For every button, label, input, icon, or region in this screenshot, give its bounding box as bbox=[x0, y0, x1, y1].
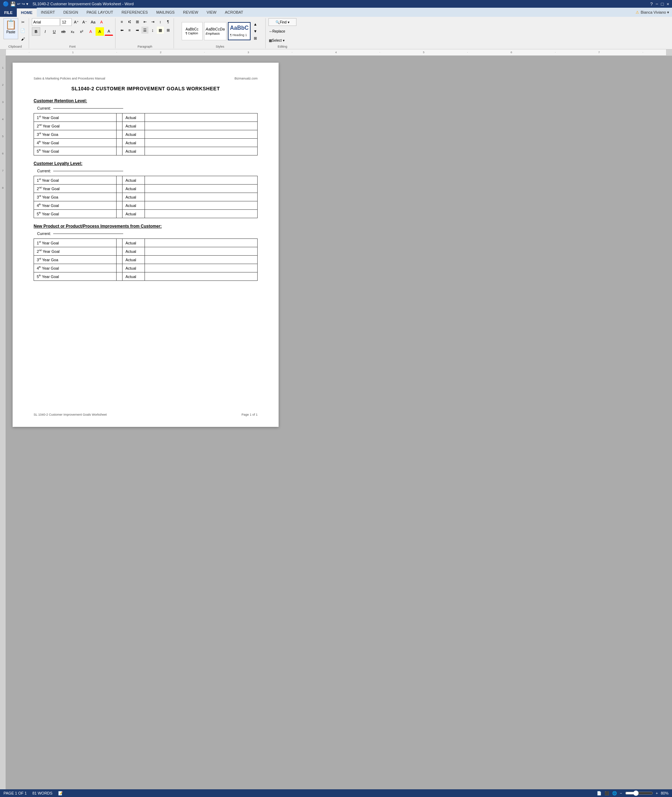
actual-value-3-4[interactable] bbox=[144, 264, 257, 273]
zoom-minus[interactable]: − bbox=[620, 791, 622, 795]
style-heading1[interactable]: AaBbC¶ Heading 1 bbox=[228, 22, 251, 40]
goal-value-2-5[interactable] bbox=[117, 210, 123, 218]
change-case-button[interactable]: Aa bbox=[89, 18, 97, 26]
goal-value-1-3[interactable] bbox=[117, 130, 123, 139]
goal-cell-3-3[interactable]: 3rd Year Goa bbox=[34, 256, 117, 264]
line-spacing-button[interactable]: ↨ bbox=[149, 27, 156, 34]
text-color-button[interactable]: A bbox=[105, 27, 113, 36]
document-page[interactable]: Sales & Marketing Policies and Procedure… bbox=[13, 63, 278, 427]
justify-button[interactable]: ☰ bbox=[141, 27, 149, 34]
cut-button[interactable]: ✂ bbox=[19, 18, 27, 26]
scroll-wrapper[interactable]: Sales & Marketing Policies and Procedure… bbox=[6, 56, 286, 797]
goal-cell-1-1[interactable]: 1st Year Goal bbox=[34, 114, 117, 122]
font-color-button[interactable]: A bbox=[86, 27, 95, 36]
actual-value-2-1[interactable] bbox=[144, 176, 257, 184]
quick-save[interactable]: 💾 bbox=[10, 2, 16, 6]
goal-cell-1-2[interactable]: 2nd Year Goal bbox=[34, 122, 117, 130]
goal-cell-3-5[interactable]: 5th Year Goal bbox=[34, 273, 117, 281]
tab-home[interactable]: HOME bbox=[17, 8, 37, 17]
shading-button[interactable]: ▦ bbox=[157, 27, 164, 34]
goal-cell-2-1[interactable]: 1st Year Goal bbox=[34, 176, 117, 184]
align-right-button[interactable]: ➡ bbox=[134, 27, 141, 34]
redo-btn[interactable]: ↪ bbox=[22, 2, 25, 6]
superscript-button[interactable]: x² bbox=[77, 27, 86, 36]
tab-design[interactable]: DESIGN bbox=[59, 8, 82, 17]
decrease-indent-button[interactable]: ⇤ bbox=[141, 18, 149, 25]
goal-cell-3-2[interactable]: 2nd Year Goal bbox=[34, 247, 117, 256]
style-emphasis[interactable]: AaBbCcDaEmphasis bbox=[204, 22, 226, 40]
goal-value-2-3[interactable] bbox=[117, 193, 123, 201]
align-left-button[interactable]: ⬅ bbox=[118, 27, 125, 34]
zoom-plus[interactable]: + bbox=[656, 791, 658, 795]
subscript-button[interactable]: x₂ bbox=[68, 27, 77, 36]
goal-cell-3-1[interactable]: 1st Year Goal bbox=[34, 239, 117, 247]
restore-btn[interactable]: □ bbox=[661, 2, 664, 6]
font-size-input[interactable] bbox=[61, 18, 72, 26]
borders-button[interactable]: ⊞ bbox=[165, 27, 171, 34]
doc-view-print[interactable]: 📄 bbox=[597, 791, 602, 795]
actual-value-1-4[interactable] bbox=[144, 139, 257, 147]
goal-value-3-2[interactable] bbox=[117, 247, 123, 256]
goal-cell-3-4[interactable]: 4th Year Goal bbox=[34, 264, 117, 273]
goal-value-3-5[interactable] bbox=[117, 273, 123, 281]
bold-button[interactable]: B bbox=[32, 27, 40, 36]
goal-cell-1-3[interactable]: 3rd Year Goa bbox=[34, 130, 117, 139]
tab-page-layout[interactable]: PAGE LAYOUT bbox=[82, 8, 117, 17]
goal-value-3-4[interactable] bbox=[117, 264, 123, 273]
goal-cell-2-4[interactable]: 4th Year Goal bbox=[34, 201, 117, 210]
goal-value-2-1[interactable] bbox=[117, 176, 123, 184]
goal-value-1-2[interactable] bbox=[117, 122, 123, 130]
goal-cell-2-3[interactable]: 3rd Year Goa bbox=[34, 193, 117, 201]
help-btn[interactable]: ? bbox=[650, 2, 653, 6]
paste-button[interactable]: 📋 Paste bbox=[3, 18, 18, 39]
font-name-input[interactable] bbox=[32, 18, 60, 26]
actual-value-1-3[interactable] bbox=[144, 130, 257, 139]
actual-value-3-5[interactable] bbox=[144, 273, 257, 281]
multilevel-button[interactable]: ⊞ bbox=[134, 18, 141, 25]
tab-references[interactable]: REFERENCES bbox=[117, 8, 152, 17]
bullets-button[interactable]: ≡ bbox=[118, 18, 125, 25]
quick-access-more[interactable]: ▾ bbox=[26, 2, 28, 6]
actual-value-1-5[interactable] bbox=[144, 147, 257, 156]
goal-value-1-4[interactable] bbox=[117, 139, 123, 147]
tab-acrobat[interactable]: ACROBAT bbox=[221, 8, 247, 17]
zoom-slider[interactable] bbox=[625, 791, 653, 796]
goal-cell-2-5[interactable]: 5th Year Goal bbox=[34, 210, 117, 218]
minimize-btn[interactable]: − bbox=[656, 2, 658, 6]
tab-review[interactable]: REVIEW bbox=[179, 8, 202, 17]
strikethrough-button[interactable]: ab bbox=[59, 27, 67, 36]
goal-value-1-1[interactable] bbox=[117, 114, 123, 122]
show-formatting-button[interactable]: ¶ bbox=[165, 18, 171, 25]
underline-button[interactable]: U bbox=[50, 27, 58, 36]
replace-button[interactable]: ↔ Replace bbox=[269, 27, 296, 35]
section-3-current-value[interactable] bbox=[53, 234, 123, 234]
copy-button[interactable]: 📄 bbox=[19, 27, 27, 34]
clear-format-button[interactable]: A bbox=[98, 18, 106, 26]
goal-cell-1-5[interactable]: 5th Year Goal bbox=[34, 147, 117, 156]
actual-value-3-2[interactable] bbox=[144, 247, 257, 256]
goal-value-2-4[interactable] bbox=[117, 201, 123, 210]
actual-value-1-2[interactable] bbox=[144, 122, 257, 130]
sort-button[interactable]: ↕ bbox=[157, 18, 164, 25]
increase-indent-button[interactable]: ⇥ bbox=[149, 18, 156, 25]
tab-file[interactable]: FILE bbox=[0, 8, 17, 17]
actual-value-2-2[interactable] bbox=[144, 184, 257, 193]
actual-value-2-3[interactable] bbox=[144, 193, 257, 201]
goal-cell-2-2[interactable]: 2nd Year Goal bbox=[34, 184, 117, 193]
numbering-button[interactable]: ⑆ bbox=[126, 18, 133, 25]
font-shrink-button[interactable]: A⁻ bbox=[81, 18, 88, 26]
actual-value-3-3[interactable] bbox=[144, 256, 257, 264]
doc-view-full[interactable]: ⬛ bbox=[605, 791, 610, 795]
style-caption[interactable]: AaBbCc¶ Caption bbox=[182, 22, 203, 40]
actual-value-2-5[interactable] bbox=[144, 210, 257, 218]
styles-up-button[interactable]: ▲ bbox=[252, 21, 259, 28]
highlight-button[interactable]: A bbox=[96, 27, 104, 36]
user-area[interactable]: ⚠ Bianca Viviano ▾ bbox=[633, 8, 672, 17]
format-painter-button[interactable]: 🖌 bbox=[19, 35, 27, 43]
section-2-current-value[interactable] bbox=[53, 171, 123, 171]
italic-button[interactable]: I bbox=[41, 27, 50, 36]
doc-view-web[interactable]: 🌐 bbox=[612, 791, 617, 795]
tab-view[interactable]: VIEW bbox=[202, 8, 221, 17]
goal-value-3-3[interactable] bbox=[117, 256, 123, 264]
find-button[interactable]: 🔍 Find ▾ bbox=[269, 18, 296, 26]
